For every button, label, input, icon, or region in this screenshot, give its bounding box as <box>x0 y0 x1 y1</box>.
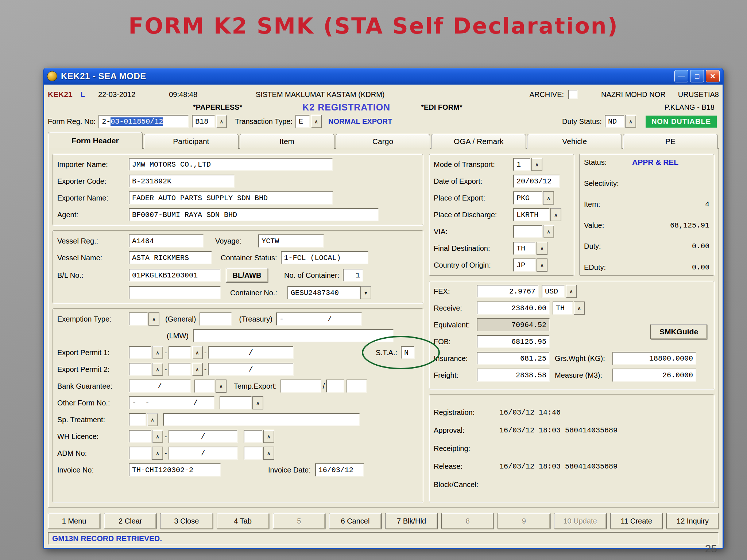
export-permit-1-field-c[interactable]: / <box>208 346 294 359</box>
branch-code-dropdown-button[interactable]: ∧ <box>216 115 227 128</box>
bank-guarantee-dropdown[interactable]: ∧ <box>216 380 227 393</box>
fex-currency-field[interactable]: USD <box>542 285 565 298</box>
adm-no-field-a[interactable] <box>129 447 151 460</box>
container-status-field[interactable]: 1-FCL (LOCAL) <box>281 251 368 264</box>
invoice-no-field[interactable]: TH-CHI120302-2 <box>129 463 221 477</box>
duty-status-dropdown-button[interactable]: ∧ <box>625 115 636 128</box>
fkey-3-close[interactable]: 3 Close <box>160 513 213 529</box>
vessel-name-field[interactable]: ASTA RICKMERS <box>129 251 212 264</box>
titlebar[interactable]: KEK21 - SEA MODE — □ × <box>44 68 723 85</box>
equivalent-field[interactable]: 70964.52 <box>477 318 550 331</box>
mode-of-transport-field[interactable]: 1 <box>513 158 531 171</box>
exemption-type-dropdown-button[interactable]: ∧ <box>148 312 159 326</box>
container-no-dropdown-icon[interactable]: ▼ <box>360 286 371 299</box>
container-no-field[interactable]: GESU2487340 <box>287 286 360 299</box>
fkey-2-clear[interactable]: 2 Clear <box>104 513 156 529</box>
fkey-6-cancel[interactable]: 6 Cancel <box>329 513 382 529</box>
fex-currency-dropdown[interactable]: ∧ <box>566 285 577 298</box>
fkey-11-create[interactable]: 11 Create <box>610 513 663 529</box>
bank-guarantee-field[interactable]: / <box>129 380 191 393</box>
tab-participant[interactable]: Participant <box>144 134 239 149</box>
voyage-field[interactable]: YCTW <box>258 234 324 248</box>
sp-treatment-desc-field[interactable] <box>163 413 360 426</box>
other-form-code-field[interactable] <box>220 396 252 409</box>
adm-no-dropdown-a[interactable]: ∧ <box>152 447 163 460</box>
place-of-export-field[interactable]: PKG <box>513 191 542 205</box>
fex-field[interactable]: 2.9767 <box>477 285 539 298</box>
bl-no-field[interactable]: 01PKGLKB1203001 <box>129 269 221 282</box>
export-permit-2-field-a[interactable] <box>129 363 151 376</box>
transaction-type-field[interactable]: E <box>295 115 310 128</box>
wh-licence-field-a[interactable] <box>129 430 151 443</box>
agent-field[interactable]: BF0007-BUMI RAYA SDN BHD <box>129 208 379 221</box>
duty-status-field[interactable]: ND <box>605 115 624 128</box>
close-button[interactable]: × <box>706 70 720 82</box>
via-dropdown[interactable]: ∧ <box>543 225 554 238</box>
export-permit-2-dropdown-a[interactable]: ∧ <box>152 363 163 376</box>
adm-no-field-b[interactable]: / <box>169 447 238 460</box>
fkey-12-inquiry[interactable]: 12 Inquiry <box>666 513 719 529</box>
export-permit-2-field-c[interactable]: / <box>208 363 294 376</box>
no-of-container-field[interactable]: 1 <box>343 269 363 282</box>
tab-cargo[interactable]: Cargo <box>336 134 430 149</box>
export-permit-1-dropdown-a[interactable]: ∧ <box>152 346 163 359</box>
adm-no-dropdown-b[interactable]: ∧ <box>263 447 274 460</box>
measure-field[interactable]: 26.0000 <box>612 369 696 382</box>
final-destination-field[interactable]: TH <box>513 242 536 255</box>
other-form-dropdown[interactable]: ∧ <box>252 396 263 409</box>
wh-licence-dropdown-b[interactable]: ∧ <box>263 430 274 443</box>
via-field[interactable] <box>513 225 542 238</box>
fkey-7-blk-hld[interactable]: 7 Blk/Hld <box>385 513 438 529</box>
branch-code-field[interactable]: B18 <box>192 115 215 128</box>
wh-licence-field-c[interactable] <box>244 430 263 443</box>
lmw-field[interactable] <box>193 329 394 342</box>
exporter-code-field[interactable]: B-231892K <box>129 175 235 188</box>
tab-pe[interactable]: PE <box>623 134 718 149</box>
export-permit-2-field-b[interactable] <box>169 363 191 376</box>
date-of-export-field[interactable]: 20/03/12 <box>513 175 560 188</box>
country-of-origin-dropdown[interactable]: ∧ <box>537 258 547 272</box>
place-of-discharge-field[interactable]: LKRTH <box>513 208 550 221</box>
temp-export-field-b[interactable] <box>326 380 344 393</box>
export-permit-1-field-a[interactable] <box>129 346 151 359</box>
invoice-date-field[interactable]: 16/03/12 <box>315 463 364 477</box>
tab-oga-remark[interactable]: OGA / Remark <box>431 134 526 149</box>
bank-guarantee-code-field[interactable] <box>194 380 215 393</box>
mode-of-transport-dropdown[interactable]: ∧ <box>531 158 542 171</box>
sp-treatment-dropdown[interactable]: ∧ <box>147 413 158 426</box>
importer-name-field[interactable]: JMW MOTORS CO.,LTD <box>129 158 333 171</box>
vessel-reg-field[interactable]: A1484 <box>129 234 204 248</box>
minimize-button[interactable]: — <box>674 70 688 82</box>
maximize-button[interactable]: □ <box>690 70 704 82</box>
exemption-type-field[interactable] <box>129 312 148 326</box>
exporter-name-field[interactable]: FADER AUTO PARTS SUPPLY SDN BHD <box>129 191 333 205</box>
bl-no-2-field[interactable] <box>129 286 221 299</box>
tab-vehicle[interactable]: Vehicle <box>527 134 622 149</box>
grs-wght-field[interactable]: 18800.0000 <box>612 352 696 365</box>
transaction-type-dropdown-button[interactable]: ∧ <box>311 115 322 128</box>
receive-currency-field[interactable]: TH <box>553 302 573 315</box>
receive-currency-dropdown[interactable]: ∧ <box>574 302 585 315</box>
treasury-field[interactable]: - / <box>276 312 362 326</box>
country-of-origin-field[interactable]: JP <box>513 258 536 272</box>
tab-form-header[interactable]: Form Header <box>48 132 143 149</box>
adm-no-field-c[interactable] <box>244 447 263 460</box>
export-permit-1-dropdown-b[interactable]: ∧ <box>192 346 203 359</box>
export-permit-1-field-b[interactable] <box>169 346 191 359</box>
smkguide-button[interactable]: SMKGuide <box>650 324 707 339</box>
fob-field[interactable]: 68125.95 <box>477 335 550 348</box>
freight-field[interactable]: 2838.58 <box>477 369 550 382</box>
other-form-field[interactable]: - - / <box>129 396 214 409</box>
place-of-discharge-dropdown[interactable]: ∧ <box>550 208 561 221</box>
final-destination-dropdown[interactable]: ∧ <box>537 242 547 255</box>
temp-export-field-c[interactable] <box>347 380 367 393</box>
export-permit-2-dropdown-b[interactable]: ∧ <box>192 363 203 376</box>
temp-export-field-a[interactable] <box>280 380 321 393</box>
wh-licence-dropdown-a[interactable]: ∧ <box>152 430 163 443</box>
sta-field[interactable]: N <box>401 346 415 359</box>
tab-item[interactable]: Item <box>240 134 334 149</box>
place-of-export-dropdown[interactable]: ∧ <box>543 191 554 205</box>
insurance-field[interactable]: 681.25 <box>477 352 550 365</box>
archive-checkbox[interactable] <box>568 90 578 99</box>
general-field[interactable] <box>200 312 232 326</box>
